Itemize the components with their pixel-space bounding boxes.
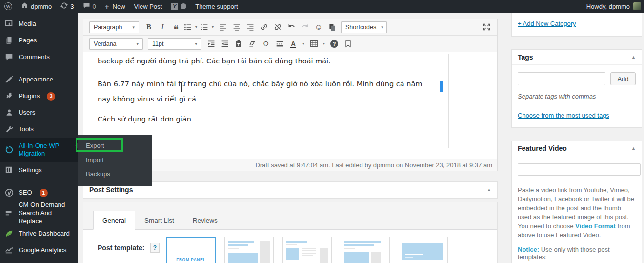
align-right-button[interactable] xyxy=(243,21,257,34)
sidebar-item-plugins[interactable]: Plugins 3 xyxy=(0,88,78,104)
sidebar-item-thrive-dashboard[interactable]: Thrive Dashboard xyxy=(0,225,78,242)
sidebar-item-settings[interactable]: Settings xyxy=(0,162,78,179)
submenu-item-import[interactable]: Import xyxy=(78,153,152,167)
align-center-button[interactable] xyxy=(230,21,243,34)
thumb-wireframe xyxy=(320,248,328,263)
undo-button[interactable] xyxy=(284,21,298,34)
template-thumbnail[interactable] xyxy=(341,237,390,263)
updates-link[interactable]: 3 xyxy=(56,0,78,13)
status-circle-icon xyxy=(181,3,186,9)
featured-video-panel-header[interactable]: Featured Video ▲ xyxy=(512,141,642,156)
video-description-text: You need to choose xyxy=(518,223,575,230)
howdy-label[interactable]: Howdy, dpmmo xyxy=(586,3,630,10)
sidebar-item-media[interactable]: Media xyxy=(0,16,78,32)
tools-icon xyxy=(4,124,14,134)
sidebar-item-google-analytics[interactable]: Google Analytics xyxy=(0,242,78,259)
align-left-button[interactable] xyxy=(216,21,230,34)
paste-as-text-button[interactable] xyxy=(232,38,245,50)
italic-button[interactable]: I xyxy=(156,21,169,34)
shortcodes-select[interactable]: Shortcodes ▾ xyxy=(341,21,387,33)
copy-pages-button[interactable] xyxy=(325,21,339,34)
yoast-menu[interactable]: Y xyxy=(166,0,191,13)
new-menu[interactable]: + New xyxy=(101,0,130,13)
template-thumbnail[interactable] xyxy=(224,237,274,263)
editor-toolbar-row2: Verdana ▾ 11pt ▾ Ω A ▾ ▾ ? xyxy=(83,36,497,52)
tab-reviews[interactable]: Reviews xyxy=(183,211,227,230)
paragraph: Cách sử dụng rất đơn giản. xyxy=(83,107,497,123)
post-template-row: Post template: ? FROM PANEL xyxy=(83,230,497,263)
sidebar-item-tools[interactable]: Tools xyxy=(0,121,78,138)
user-avatar[interactable] xyxy=(633,2,641,10)
indent-button[interactable] xyxy=(218,38,232,50)
numbered-list-chevron-icon[interactable]: ▾ xyxy=(209,21,216,34)
paragraph: Bản 6.77 này mình tải từ trang chủ của n… xyxy=(83,65,497,107)
tab-general[interactable]: General xyxy=(93,211,135,230)
format-select-value: Paragraph xyxy=(94,24,122,31)
special-character-button[interactable]: Ω xyxy=(259,38,273,50)
blockquote-button[interactable]: ❝ xyxy=(169,21,183,34)
post-template-label: Post template: xyxy=(98,237,150,252)
comments-count: 0 xyxy=(93,3,96,10)
choose-most-used-tags-link[interactable]: Choose from the most used tags xyxy=(518,112,609,119)
collapse-icon[interactable]: ▲ xyxy=(631,55,636,60)
font-family-select[interactable]: Verdana ▾ xyxy=(89,38,143,50)
clear-formatting-button[interactable] xyxy=(245,38,259,50)
video-link-input[interactable] xyxy=(518,163,641,176)
theme-support-menu[interactable]: Theme support xyxy=(191,0,242,13)
template-thumbnail-from-panel[interactable]: FROM PANEL xyxy=(166,237,216,263)
sidebar-separator xyxy=(0,65,78,71)
font-size-select[interactable]: 11pt ▾ xyxy=(148,38,201,50)
template-thumbnail[interactable] xyxy=(282,237,332,263)
add-tag-button[interactable]: Add xyxy=(610,72,635,85)
tags-input[interactable] xyxy=(518,72,605,85)
sidebar-item-cm-search-replace[interactable]: CM On Demand Search And Replace xyxy=(0,201,78,225)
add-new-category-link[interactable]: + Add New Category xyxy=(518,20,576,27)
tab-smart-list[interactable]: Smart List xyxy=(135,211,183,230)
collapse-icon[interactable]: ▲ xyxy=(487,187,491,192)
table-chevron-icon[interactable]: ▾ xyxy=(321,38,327,50)
bold-button[interactable]: B xyxy=(142,21,156,34)
redo-button[interactable] xyxy=(298,21,312,34)
text-color-chevron-icon[interactable]: ▾ xyxy=(300,38,307,50)
site-name-link[interactable]: dpmmo xyxy=(17,0,56,13)
unlink-button[interactable] xyxy=(271,21,284,34)
outdent-button[interactable] xyxy=(204,38,218,50)
sidebar-separator xyxy=(0,179,78,184)
video-format-link[interactable]: Video Format xyxy=(575,223,616,230)
sidebar-item-seo[interactable]: SEO 1 xyxy=(0,184,78,201)
paragraph-line: nay không virus vi riết gì cả. xyxy=(98,95,198,103)
collapse-icon[interactable]: ▲ xyxy=(631,146,636,151)
sidebar-item-appearance[interactable]: Appearance xyxy=(0,71,78,88)
emoticons-button[interactable]: ☺ xyxy=(312,21,325,34)
sidebar-item-pages[interactable]: Pages xyxy=(0,32,78,49)
anchor-bookmark-button[interactable] xyxy=(341,38,355,50)
thumb-wireframe xyxy=(228,241,254,243)
sidebar-item-users[interactable]: Users xyxy=(0,104,78,121)
export-annotation-box xyxy=(76,138,123,152)
numbered-list-button[interactable] xyxy=(200,21,209,34)
help-button[interactable]: ? xyxy=(327,38,341,50)
tags-panel-header[interactable]: Tags ▲ xyxy=(512,50,642,65)
thumb-wireframe xyxy=(228,241,258,263)
comments-link[interactable]: 0 xyxy=(79,0,101,13)
format-select[interactable]: Paragraph ▾ xyxy=(89,21,139,33)
sidebar-item-comments[interactable]: Comments xyxy=(0,49,78,65)
wordpress-menu[interactable]: W xyxy=(0,0,17,13)
template-thumbnail[interactable] xyxy=(399,237,448,263)
submenu-item-backups[interactable]: Backups xyxy=(78,167,152,181)
thumb-wireframe xyxy=(344,252,386,263)
fullscreen-button[interactable] xyxy=(480,21,493,34)
table-button[interactable] xyxy=(307,38,321,50)
seo-yoast-icon xyxy=(4,188,14,198)
chevron-down-icon: ▾ xyxy=(195,41,197,46)
read-more-button[interactable] xyxy=(273,38,286,50)
bullet-list-button[interactable] xyxy=(183,21,193,34)
view-post-link[interactable]: View Post xyxy=(130,0,167,13)
thumb-wireframe xyxy=(344,241,381,243)
featured-video-body: Paste a video link from Youtube, Vimeo, … xyxy=(512,156,642,263)
bullet-list-chevron-icon[interactable]: ▾ xyxy=(193,21,200,34)
link-button[interactable] xyxy=(257,21,271,34)
text-color-button[interactable]: A xyxy=(286,38,300,50)
sidebar-item-all-in-one-wp-migration[interactable]: All-in-One WP Migration xyxy=(0,138,78,162)
template-help-button[interactable]: ? xyxy=(150,243,160,253)
